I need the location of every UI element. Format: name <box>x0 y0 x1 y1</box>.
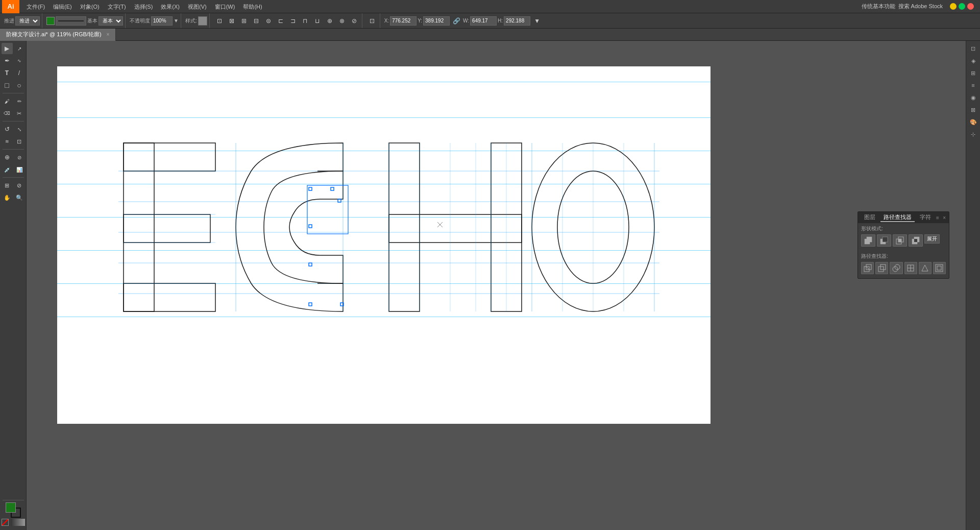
align-btn-12[interactable]: ⊘ <box>349 15 360 27</box>
scissors-tool[interactable]: ✂ <box>14 108 25 119</box>
w-input[interactable]: 649.17 <box>470 16 497 26</box>
menu-edit[interactable]: 编辑(E) <box>49 0 76 13</box>
tab-close-btn[interactable]: × <box>107 32 110 37</box>
path-finder-title: 路径查找器: <box>861 253 946 260</box>
panel-tab-layers[interactable]: 图层 <box>861 213 878 222</box>
right-panel-btn-5[interactable]: ◉ <box>968 92 979 103</box>
opacity-arrow[interactable]: ▼ <box>174 18 179 23</box>
pen-tool[interactable]: ✒ <box>2 55 13 66</box>
main-layout: ▶ ↗ ✒ ∿ T / □ ○ 🖌 ✏ ⌫ ✂ ↺ ⤡ ≋ <box>0 41 980 530</box>
right-panel-btn-1[interactable]: ⊡ <box>968 43 979 54</box>
more-options-icon[interactable]: ▼ <box>531 15 543 27</box>
h-input[interactable]: 292.188 <box>504 16 530 26</box>
menu-view[interactable]: 视图(V) <box>184 0 211 13</box>
panel-close-btn[interactable]: × <box>943 215 946 221</box>
align-btn-10[interactable]: ⊕ <box>324 15 335 27</box>
pathfinder-btn-3[interactable] <box>890 262 902 274</box>
align-btn-9[interactable]: ⊔ <box>312 15 323 27</box>
window-maximize[interactable] <box>959 3 965 10</box>
menu-file[interactable]: 文件(F) <box>22 0 49 13</box>
pathfinder-btn-5[interactable] <box>919 262 932 274</box>
transform-icon[interactable]: ⊡ <box>366 15 378 27</box>
shape-exclude-btn[interactable] <box>909 234 923 247</box>
stroke-select[interactable]: 基本 <box>99 16 123 26</box>
pathfinder-btn-4[interactable] <box>904 262 917 274</box>
right-panel-btn-8[interactable]: ⊹ <box>968 129 979 140</box>
eraser-tool[interactable]: ⌫ <box>2 108 13 119</box>
pathfinder-btn-6[interactable] <box>933 262 946 274</box>
window-minimize[interactable] <box>950 3 957 10</box>
right-panel-btn-4[interactable]: ≡ <box>968 80 979 91</box>
selection-tool[interactable]: ▶ <box>2 43 13 54</box>
panel-tab-pathfinder[interactable]: 路径查找器 <box>880 213 915 222</box>
opacity-input[interactable] <box>151 16 173 26</box>
shape-builder-tool[interactable]: ⊕ <box>2 152 13 163</box>
align-btn-1[interactable]: ⊡ <box>214 15 225 27</box>
align-btn-2[interactable]: ⊠ <box>226 15 237 27</box>
right-panel-btn-2[interactable]: ◈ <box>968 55 979 66</box>
zoom-tool[interactable]: 🔍 <box>14 192 25 203</box>
slice-tool[interactable]: ⊘ <box>14 180 25 191</box>
panel-menu-btn[interactable]: ≡ <box>936 215 939 221</box>
menu-object[interactable]: 对象(O) <box>76 0 104 13</box>
tool-row-warp: ≋ ⊡ <box>2 136 25 147</box>
style-swatch[interactable] <box>198 16 207 26</box>
search-label[interactable]: 搜索 Adobe Stock <box>898 3 943 10</box>
artboard-tool[interactable]: ⊞ <box>2 180 13 191</box>
align-btn-6[interactable]: ⊏ <box>275 15 286 27</box>
shape-unite-btn[interactable] <box>861 234 875 247</box>
live-paint-tool[interactable]: ⊘ <box>14 152 25 163</box>
x-label: X: <box>384 18 389 23</box>
shape-minus-btn[interactable] <box>877 234 891 247</box>
pathfinder-btn-2[interactable] <box>875 262 888 274</box>
align-btn-3[interactable]: ⊞ <box>238 15 250 27</box>
align-btn-8[interactable]: ⊓ <box>300 15 311 27</box>
align-btn-11[interactable]: ⊗ <box>336 15 348 27</box>
tool-row-select: ▶ ↗ <box>2 43 25 54</box>
shape-intersect-btn[interactable] <box>893 234 907 247</box>
move-select[interactable]: 推进 <box>15 16 40 26</box>
tool-row-eraser: ⌫ ✂ <box>2 108 25 119</box>
free-transform-tool[interactable]: ⊡ <box>14 136 25 147</box>
menu-effect[interactable]: 效果(X) <box>157 0 184 13</box>
menu-select[interactable]: 选择(S) <box>130 0 157 13</box>
graph-tool[interactable]: 📊 <box>14 164 25 175</box>
right-panel-btn-3[interactable]: ⊞ <box>968 67 979 79</box>
curvature-tool[interactable]: ∿ <box>14 55 25 66</box>
x-input[interactable]: 776.252 <box>390 16 416 26</box>
foreground-color-swatch[interactable] <box>6 502 16 513</box>
pencil-tool[interactable]: ✏ <box>14 95 25 107</box>
window-close[interactable] <box>967 3 974 10</box>
menu-window[interactable]: 窗口(W) <box>211 0 239 13</box>
canvas-area[interactable]: 图层 路径查找器 字符 ≡ × 形状模式: <box>27 41 966 530</box>
hand-tool[interactable]: ✋ <box>2 192 13 203</box>
paintbrush-tool[interactable]: 🖌 <box>2 95 13 107</box>
warp-tool[interactable]: ≋ <box>2 136 13 147</box>
fill-color[interactable] <box>46 17 55 25</box>
workspace-name[interactable]: 传统基本功能 <box>862 3 895 10</box>
right-panel-btn-7[interactable]: 🎨 <box>968 116 979 128</box>
link-wh-icon[interactable]: 🔗 <box>451 15 462 27</box>
rect-tool[interactable]: □ <box>2 80 13 91</box>
ellipse-tool[interactable]: ○ <box>14 80 25 91</box>
rotate-tool[interactable]: ↺ <box>2 124 13 135</box>
panel-tab-character[interactable]: 字符 <box>917 213 934 222</box>
menu-help[interactable]: 帮助(H) <box>239 0 266 13</box>
toolbar-tool-options: 推进 推进 <box>2 13 42 28</box>
gradient-swatch[interactable] <box>11 519 25 526</box>
pathfinder-btn-1[interactable] <box>861 262 874 274</box>
y-input[interactable]: 389.192 <box>423 16 450 26</box>
align-btn-7[interactable]: ⊐ <box>287 15 299 27</box>
document-tab[interactable]: 阶梯文字设计.ai* @ 119% (RGB/轮廓) × <box>0 29 116 41</box>
none-swatch[interactable] <box>2 519 9 526</box>
expand-btn[interactable]: 展开 <box>924 234 940 244</box>
direct-selection-tool[interactable]: ↗ <box>14 43 25 54</box>
menu-text[interactable]: 文字(T) <box>104 0 130 13</box>
right-panel-btn-6[interactable]: ⊠ <box>968 104 979 115</box>
align-btn-5[interactable]: ⊜ <box>263 15 274 27</box>
eyedropper-tool[interactable]: 💉 <box>2 164 13 175</box>
align-btn-4[interactable]: ⊟ <box>251 15 262 27</box>
type-tool[interactable]: T <box>2 67 13 79</box>
scale-tool[interactable]: ⤡ <box>14 124 25 135</box>
line-tool[interactable]: / <box>14 67 25 79</box>
